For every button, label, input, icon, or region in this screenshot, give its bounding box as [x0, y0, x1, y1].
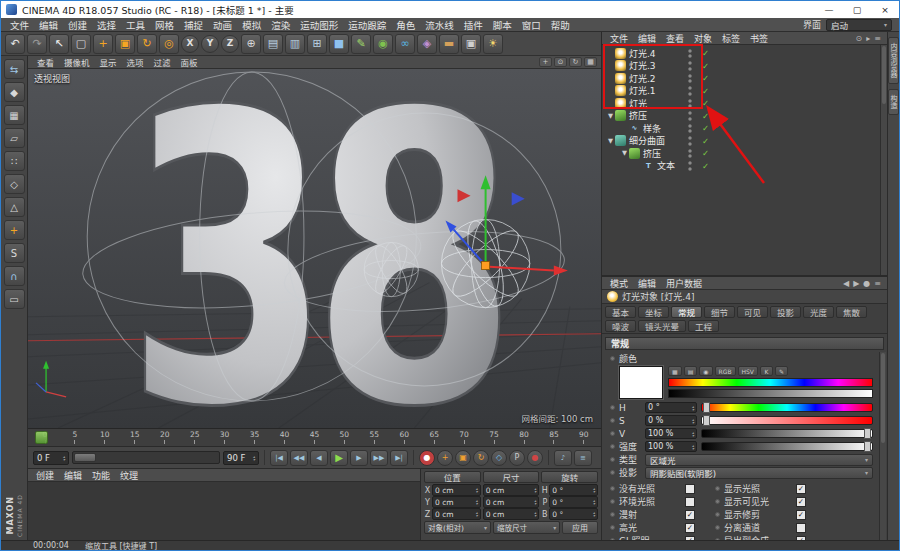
record-button[interactable]: ↻: [473, 450, 489, 466]
record-button[interactable]: P: [509, 450, 525, 466]
transport-button[interactable]: ▶▶: [370, 450, 388, 466]
viewport-canvas[interactable]: 38: [28, 69, 601, 428]
shadow-type-select[interactable]: 阴影贴图(软阴影)▾: [645, 467, 873, 479]
expand-icon[interactable]: ▼: [606, 112, 615, 120]
mode-toolbar-button[interactable]: △: [4, 197, 25, 217]
object-icon[interactable]: [629, 148, 640, 159]
record-button[interactable]: ●: [527, 450, 543, 466]
object-manager-icon[interactable]: ≡: [874, 34, 881, 43]
gizmo-center-handle[interactable]: [482, 262, 490, 270]
object-icon[interactable]: [615, 48, 626, 59]
object-name[interactable]: 挤压: [643, 147, 661, 160]
color-mode-button[interactable]: HSV: [738, 366, 758, 376]
slider-handle[interactable]: [703, 415, 710, 426]
maximize-button[interactable]: ▢: [843, 1, 871, 18]
toolbar-button[interactable]: ∞: [395, 34, 415, 54]
menu-item[interactable]: 帮助: [546, 18, 575, 32]
menu-item[interactable]: 创建: [63, 18, 92, 32]
apply-button[interactable]: 应用: [562, 521, 598, 534]
expand-icon[interactable]: ▼: [620, 149, 629, 157]
size-field[interactable]: 0 cm▴▾: [483, 508, 540, 520]
object-icon[interactable]: ∿: [629, 123, 640, 134]
enable-check-icon[interactable]: ✓: [702, 86, 709, 96]
object-icon[interactable]: [615, 73, 626, 84]
toolbar-button[interactable]: ⊞: [307, 34, 327, 54]
object-manager-menu-item[interactable]: 编辑: [633, 32, 661, 45]
toolbar-button[interactable]: ⊕: [241, 34, 261, 54]
object-icon[interactable]: [615, 60, 626, 71]
object-icon[interactable]: [615, 85, 626, 96]
material-menu-item[interactable]: 创建: [31, 469, 59, 482]
toolbar-button[interactable]: Y: [201, 35, 219, 53]
enable-check-icon[interactable]: ✓: [702, 161, 709, 171]
transform-mode-select[interactable]: 对象(相对)▾: [424, 521, 491, 534]
attribute-tab[interactable]: 镜头光晕: [638, 320, 686, 332]
keyframe-dot-icon[interactable]: [610, 486, 615, 491]
close-button[interactable]: ×: [871, 1, 899, 18]
viewport-3d-scene[interactable]: 38: [28, 69, 601, 428]
toolbar-button[interactable]: ▥: [285, 34, 305, 54]
frame-start-field[interactable]: 0 F ▴▾: [33, 451, 69, 465]
size-mode-select[interactable]: 缩放尺寸▾: [493, 521, 560, 534]
enable-check-icon[interactable]: ✓: [702, 123, 709, 133]
toolbar-button[interactable]: ↻: [137, 34, 157, 54]
section-header[interactable]: 常规: [605, 337, 884, 350]
viewport-label[interactable]: 透视视图: [34, 72, 70, 85]
record-button[interactable]: +: [437, 450, 453, 466]
mode-toolbar-button[interactable]: ∷: [4, 151, 25, 171]
menu-item[interactable]: 捕捉: [179, 18, 208, 32]
object-manager-list[interactable]: 灯光.4 ✓ 灯光.3 ✓: [602, 45, 887, 277]
keyframe-dot-icon[interactable]: [610, 405, 615, 410]
toolbar-button[interactable]: ◈: [417, 34, 437, 54]
slider-handle[interactable]: [864, 441, 871, 452]
attribute-tab[interactable]: 光度: [803, 306, 834, 318]
enable-check-icon[interactable]: ✓: [702, 98, 709, 108]
visibility-dots[interactable]: [688, 111, 692, 121]
checkbox[interactable]: ✓: [796, 497, 806, 507]
keyframe-dot-icon[interactable]: [715, 499, 720, 504]
checkbox[interactable]: [685, 497, 695, 507]
position-field[interactable]: 0 cm▴▾: [432, 484, 481, 496]
keyframe-dot-icon[interactable]: [610, 356, 615, 361]
checkbox[interactable]: ✓: [796, 484, 806, 494]
expand-icon[interactable]: ▼: [606, 137, 615, 145]
checkbox[interactable]: ✓: [796, 536, 806, 541]
viewport-menu-item[interactable]: 摄像机: [59, 56, 95, 68]
keyframe-dot-icon[interactable]: [610, 418, 615, 423]
attribute-tab[interactable]: 工程: [688, 320, 719, 332]
record-button[interactable]: ●: [419, 450, 435, 466]
object-manager-icon[interactable]: ⊙: [856, 34, 863, 43]
menu-item[interactable]: 模拟: [237, 18, 266, 32]
attribute-tab[interactable]: 焦散: [836, 306, 867, 318]
menu-item[interactable]: 运动图形: [295, 18, 343, 32]
mode-toolbar-button[interactable]: ⇆: [4, 59, 25, 79]
toolbar-button[interactable]: ■: [329, 34, 349, 54]
menu-item[interactable]: 角色: [391, 18, 420, 32]
mode-toolbar-button[interactable]: ▦: [4, 105, 25, 125]
object-manager-menu-item[interactable]: 书签: [745, 32, 773, 45]
mode-toolbar-button[interactable]: ▱: [4, 128, 25, 148]
viewport-menu-item[interactable]: 面板: [176, 56, 203, 68]
object-name[interactable]: 细分曲面: [629, 134, 665, 147]
object-icon[interactable]: T: [643, 160, 654, 171]
menu-item[interactable]: 流水线: [420, 18, 459, 32]
toolbar-button[interactable]: X: [181, 35, 199, 53]
rotation-field[interactable]: 0 °▴▾: [549, 484, 598, 496]
timeline-ruler[interactable]: 0 5 10: [28, 429, 601, 447]
keyframe-dot-icon[interactable]: [715, 486, 720, 491]
keyframe-dot-icon[interactable]: [610, 512, 615, 517]
value-field[interactable]: 100 %▴▾: [645, 428, 697, 439]
record-button[interactable]: ▣: [455, 450, 471, 466]
transport-button[interactable]: ◀: [310, 450, 328, 466]
attribute-tab[interactable]: 可见: [737, 306, 768, 318]
attribute-manager-icon[interactable]: ◀: [843, 279, 849, 288]
object-name[interactable]: 灯光: [629, 97, 647, 110]
color-mode-button[interactable]: ▦: [668, 366, 682, 376]
checkbox[interactable]: ✓: [685, 536, 695, 541]
keyframe-dot-icon[interactable]: [610, 470, 615, 475]
mode-toolbar-button[interactable]: ◇: [4, 174, 25, 194]
object-name[interactable]: 灯光.2: [629, 72, 656, 85]
object-manager-menu-item[interactable]: 文件: [605, 32, 633, 45]
rotation-field[interactable]: 0 °▴▾: [549, 508, 598, 520]
frame-slider-handle[interactable]: [74, 453, 96, 462]
